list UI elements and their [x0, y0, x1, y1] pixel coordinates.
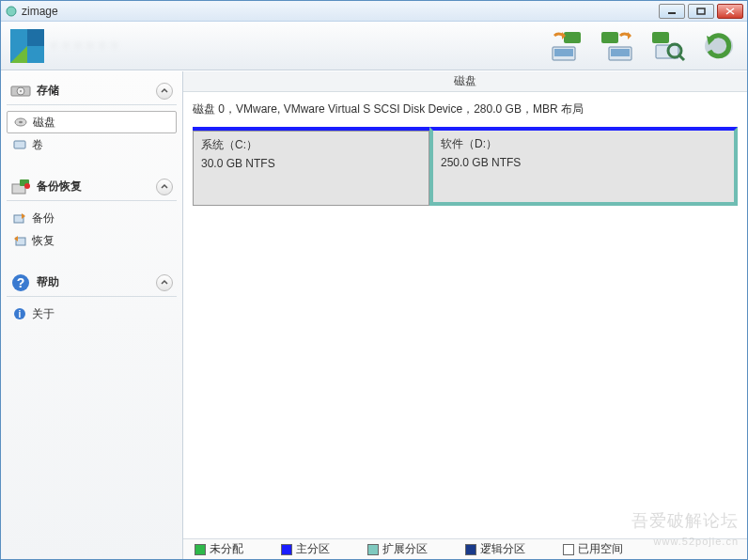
disk-info-line: 磁盘 0，VMware, VMware Virtual S SCSI Disk …	[183, 92, 747, 121]
legend-label: 主分区	[296, 541, 330, 557]
partition-d[interactable]: 软件（D:） 250.0 GB NTFS	[429, 127, 738, 206]
svg-rect-24	[14, 141, 25, 148]
legend-extended: 扩展分区	[367, 541, 428, 557]
svg-rect-13	[652, 32, 669, 43]
sidebar-item-label: 恢复	[32, 233, 55, 249]
legend-swatch	[195, 544, 206, 555]
main-header-title: 磁盘	[454, 73, 476, 89]
watermark-text: 吾爱破解论坛	[631, 509, 739, 532]
svg-rect-9	[601, 32, 618, 43]
panel-title-storage: 存储	[37, 83, 150, 99]
partition-size: 250.0 GB NTFS	[441, 156, 726, 169]
svg-text:i: i	[19, 309, 22, 319]
watermark-url: www.52pojie.cn	[654, 536, 739, 547]
logo-block: · · · · · ·	[10, 29, 155, 63]
legend-swatch	[281, 544, 292, 555]
legend-unallocated: 未分配	[195, 541, 243, 557]
legend-label: 逻辑分区	[480, 541, 525, 557]
body: 存储 磁盘 卷	[1, 70, 747, 559]
legend-logical: 逻辑分区	[465, 541, 525, 557]
partition-bar: 系统（C:） 30.0 GB NTFS 软件（D:） 250.0 GB NTFS	[193, 127, 738, 206]
app-title: zimage	[22, 5, 659, 18]
partition-name: 软件（D:）	[441, 136, 726, 152]
svg-point-0	[7, 7, 16, 16]
sidebar-item-label: 关于	[32, 306, 55, 322]
panel-header-storage: 存储	[7, 77, 177, 105]
partition-size: 30.0 GB NTFS	[201, 157, 421, 170]
refresh-icon[interactable]	[700, 29, 738, 63]
volume-icon	[12, 138, 27, 151]
logo-icon	[10, 29, 44, 63]
panel-storage: 存储 磁盘 卷	[7, 77, 177, 156]
info-icon: i	[12, 307, 27, 320]
sidebar-item-restore[interactable]: 恢复	[7, 229, 177, 252]
svg-marker-10	[628, 32, 631, 39]
main-pane: 磁盘 磁盘 0，VMware, VMware Virtual S SCSI Di…	[183, 71, 747, 559]
sidebar-item-label: 磁盘	[33, 115, 55, 131]
svg-text:?: ?	[17, 275, 25, 290]
sidebar-item-disk[interactable]: 磁盘	[7, 111, 177, 133]
titlebar: zimage	[1, 1, 747, 22]
backup-icon	[12, 211, 27, 225]
logo-text-blurred: · · · · · ·	[52, 37, 155, 55]
panel-backup: 备份恢复 备份 恢复	[7, 173, 177, 252]
app-window: zimage · · · · · ·	[0, 0, 748, 560]
legend-swatch	[367, 544, 379, 555]
panel-body-storage: 磁盘 卷	[7, 105, 177, 156]
legend-used: 已用空间	[563, 541, 623, 557]
legend-primary: 主分区	[281, 541, 330, 557]
panel-title-help: 帮助	[37, 274, 150, 290]
legend-label: 扩展分区	[382, 541, 428, 557]
svg-point-21	[20, 90, 22, 92]
partition-c[interactable]: 系统（C:） 30.0 GB NTFS	[193, 131, 429, 206]
maximize-button[interactable]	[688, 4, 714, 19]
storage-icon	[10, 82, 31, 101]
svg-rect-12	[611, 49, 630, 56]
svg-line-16	[679, 55, 684, 60]
main-header: 磁盘	[183, 71, 747, 92]
panel-header-help: ? 帮助	[7, 269, 177, 297]
collapse-button[interactable]	[156, 83, 173, 100]
restore-from-icon[interactable]	[599, 29, 636, 63]
sidebar-item-label: 备份	[32, 210, 55, 226]
legend-label: 未分配	[210, 541, 243, 557]
backup-panel-icon	[10, 178, 31, 196]
sidebar-item-backup[interactable]: 备份	[7, 207, 177, 229]
panel-body-help: i 关于	[7, 297, 177, 325]
backup-to-icon[interactable]	[548, 29, 585, 63]
sidebar-item-volume[interactable]: 卷	[7, 133, 177, 156]
legend-swatch	[465, 544, 476, 555]
legend-swatch	[563, 544, 574, 555]
disk-icon	[13, 116, 28, 129]
restore-icon	[12, 234, 27, 247]
panel-header-backup: 备份恢复	[7, 173, 177, 201]
sidebar: 存储 磁盘 卷	[1, 71, 183, 559]
panel-body-backup: 备份 恢复	[7, 201, 177, 252]
svg-point-23	[19, 121, 23, 124]
sidebar-item-about[interactable]: i 关于	[7, 303, 177, 325]
toolbar-actions	[548, 29, 738, 63]
panel-title-backup: 备份恢复	[37, 179, 150, 194]
close-button[interactable]	[717, 4, 743, 19]
toolbar: · · · · · ·	[1, 22, 747, 70]
collapse-button[interactable]	[156, 274, 173, 291]
window-controls	[659, 4, 743, 19]
legend-label: 已用空间	[578, 541, 623, 557]
sidebar-item-label: 卷	[32, 137, 43, 153]
svg-point-27	[24, 183, 30, 189]
svg-rect-8	[554, 49, 573, 56]
panel-help: ? 帮助 i 关于	[7, 269, 177, 325]
partition-name: 系统（C:）	[201, 137, 421, 153]
svg-rect-2	[697, 8, 705, 14]
minimize-button[interactable]	[659, 4, 685, 19]
collapse-button[interactable]	[156, 179, 173, 195]
svg-rect-5	[564, 32, 581, 43]
help-panel-icon: ?	[10, 273, 31, 292]
app-icon	[5, 5, 18, 18]
search-disk-icon[interactable]	[649, 29, 687, 63]
